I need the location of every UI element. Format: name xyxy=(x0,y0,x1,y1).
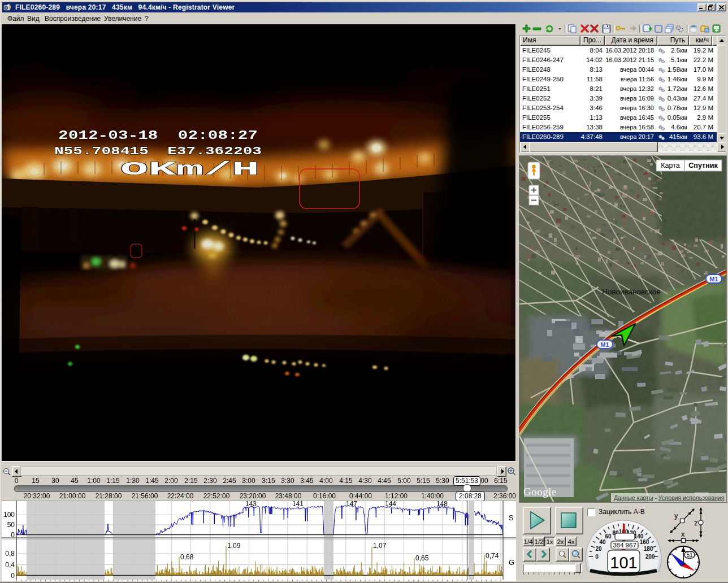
svg-text:1,07: 1,07 xyxy=(373,542,387,550)
svg-text:0,65: 0,65 xyxy=(415,554,429,562)
svg-text:z: z xyxy=(694,519,698,527)
svg-text:144: 144 xyxy=(385,501,396,508)
svg-text:0: 0 xyxy=(11,572,15,580)
svg-text:Карта: Карта xyxy=(661,162,679,169)
svg-text:0,4: 0,4 xyxy=(5,561,15,569)
svg-text:0: 0 xyxy=(595,554,599,560)
svg-text:0,8: 0,8 xyxy=(5,550,15,558)
svg-text:0,74: 0,74 xyxy=(486,552,499,560)
svg-text:Google: Google xyxy=(523,486,557,498)
svg-text:1,09: 1,09 xyxy=(227,542,241,550)
svg-text:148: 148 xyxy=(436,501,448,508)
svg-text:G: G xyxy=(509,558,514,567)
svg-text:Спутник: Спутник xyxy=(688,162,718,169)
svg-text:141: 141 xyxy=(292,501,304,508)
svg-text:60: 60 xyxy=(605,533,612,540)
svg-text:40: 40 xyxy=(599,539,606,545)
svg-text:Новоивановское: Новоивановское xyxy=(602,288,661,296)
svg-text:20: 20 xyxy=(595,546,602,552)
svg-text:М1: М1 xyxy=(600,341,609,348)
svg-text:М1: М1 xyxy=(709,276,718,282)
svg-text:OKm/H: OKm/H xyxy=(120,159,259,180)
svg-text:x: x xyxy=(681,530,685,538)
svg-text:200: 200 xyxy=(645,554,655,560)
svg-text:100: 100 xyxy=(3,511,15,519)
svg-text:0,68: 0,68 xyxy=(180,553,194,561)
svg-text:S: S xyxy=(509,514,514,522)
svg-text:2012-03-18 02:08:27: 2012-03-18 02:08:27 xyxy=(58,129,258,143)
svg-text:Данные карты - Условия использ: Данные карты - Условия использования xyxy=(614,494,724,501)
svg-text:147: 147 xyxy=(346,501,357,508)
svg-text:51: 51 xyxy=(686,552,693,558)
svg-text:143: 143 xyxy=(245,501,257,508)
svg-text:384 967: 384 967 xyxy=(613,542,636,549)
svg-text:N55.708415 E37.362203: N55.708415 E37.362203 xyxy=(54,145,262,158)
svg-text:0: 0 xyxy=(11,531,15,539)
svg-text:180: 180 xyxy=(644,546,653,552)
svg-text:101: 101 xyxy=(610,554,637,572)
svg-text:y: y xyxy=(674,511,678,520)
svg-text:50: 50 xyxy=(7,521,15,529)
svg-text:160: 160 xyxy=(640,539,649,545)
